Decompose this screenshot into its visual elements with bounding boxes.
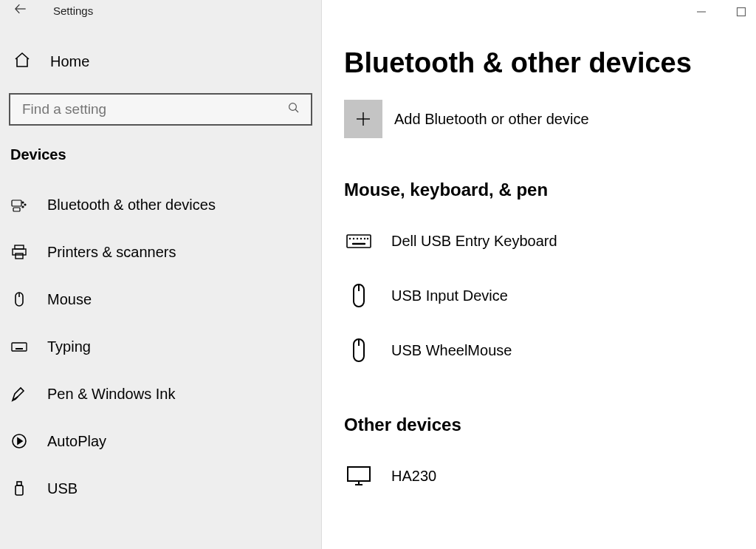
sidebar-item-label: Typing <box>47 338 91 355</box>
svg-rect-40 <box>348 467 370 481</box>
svg-rect-8 <box>15 245 24 249</box>
add-device-button[interactable]: Add Bluetooth or other device <box>344 100 756 138</box>
svg-point-6 <box>22 202 24 203</box>
home-label: Home <box>50 53 89 70</box>
device-row-monitor[interactable]: HA230 <box>344 449 756 503</box>
sidebar-item-label: Bluetooth & other devices <box>47 197 216 214</box>
minimize-button[interactable] <box>694 4 709 19</box>
device-row-wheelmouse[interactable]: USB WheelMouse <box>344 323 756 378</box>
sidebar-item-printers[interactable]: Printers & scanners <box>0 228 321 276</box>
monitor-icon <box>344 463 374 488</box>
titlebar: Settings <box>0 0 321 21</box>
svg-rect-25 <box>738 8 746 16</box>
device-row-keyboard[interactable]: Dell USB Entry Keyboard <box>344 214 756 268</box>
device-label: Dell USB Entry Keyboard <box>391 233 557 250</box>
maximize-button[interactable] <box>734 4 749 19</box>
sidebar-item-label: Mouse <box>47 291 92 308</box>
main-content: Bluetooth & other devices Add Bluetooth … <box>322 0 756 549</box>
sidebar-section-label: Devices <box>0 146 321 163</box>
device-label: HA230 <box>391 468 436 485</box>
device-row-usbinput[interactable]: USB Input Device <box>344 268 756 323</box>
pen-icon <box>10 385 28 403</box>
plus-icon <box>344 100 382 138</box>
group-heading-input: Mouse, keyboard, & pen <box>344 180 756 200</box>
add-device-label: Add Bluetooth or other device <box>394 111 589 128</box>
sidebar-item-bluetooth[interactable]: Bluetooth & other devices <box>0 181 321 228</box>
svg-point-1 <box>289 103 297 111</box>
sidebar-item-pen[interactable]: Pen & Windows Ink <box>0 370 321 417</box>
svg-rect-13 <box>12 343 27 351</box>
svg-rect-28 <box>347 235 371 248</box>
svg-rect-9 <box>13 249 26 255</box>
window-title: Settings <box>53 4 93 17</box>
svg-rect-23 <box>16 485 23 495</box>
mouse-icon <box>344 283 374 308</box>
sidebar-item-mouse[interactable]: Mouse <box>0 276 321 323</box>
svg-rect-3 <box>12 200 21 206</box>
printer-icon <box>10 243 28 261</box>
svg-marker-21 <box>18 438 22 444</box>
device-label: USB WheelMouse <box>391 342 512 359</box>
sidebar-item-usb[interactable]: USB <box>0 465 321 512</box>
back-arrow-icon[interactable] <box>13 1 28 19</box>
mouse-icon <box>10 290 28 308</box>
page-title: Bluetooth & other devices <box>344 47 756 79</box>
svg-rect-10 <box>16 253 23 259</box>
sidebar: Settings Home Devices <box>0 0 322 549</box>
svg-point-7 <box>22 206 24 208</box>
sidebar-item-label: Printers & scanners <box>47 244 176 261</box>
bluetooth-icon <box>10 196 28 214</box>
device-label: USB Input Device <box>391 287 508 304</box>
window-controls <box>694 4 749 19</box>
mouse-icon <box>344 338 374 363</box>
home-button[interactable]: Home <box>0 41 321 81</box>
sidebar-item-autoplay[interactable]: AutoPlay <box>0 417 321 465</box>
sidebar-item-label: USB <box>47 480 78 497</box>
usb-icon <box>10 480 28 497</box>
search-input[interactable] <box>21 100 287 118</box>
svg-line-2 <box>295 109 298 112</box>
sidebar-item-label: AutoPlay <box>47 433 106 450</box>
group-heading-other: Other devices <box>344 415 756 435</box>
search-box[interactable] <box>9 93 312 126</box>
sidebar-item-typing[interactable]: Typing <box>0 323 321 370</box>
svg-rect-4 <box>13 208 20 211</box>
search-icon <box>287 101 300 117</box>
keyboard-icon <box>344 228 374 253</box>
svg-point-5 <box>24 204 26 205</box>
autoplay-icon <box>10 432 28 450</box>
keyboard-icon <box>10 338 28 355</box>
sidebar-item-label: Pen & Windows Ink <box>47 386 175 403</box>
home-icon <box>13 51 31 72</box>
